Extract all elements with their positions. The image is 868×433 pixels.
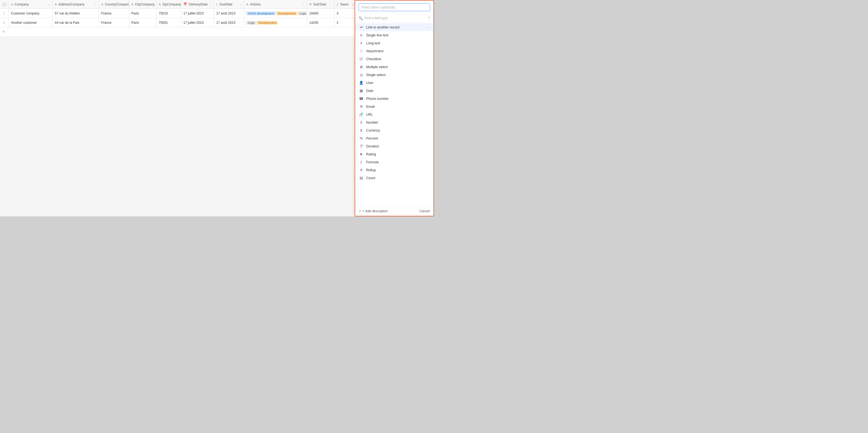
field-type-label-url: URL bbox=[366, 113, 430, 116]
header-checkbox[interactable] bbox=[0, 0, 9, 8]
field-type-item-formula[interactable]: ƒFormula bbox=[355, 158, 433, 166]
cell-zip-1[interactable]: 75015 bbox=[157, 9, 181, 18]
field-type-label-formula: Formula bbox=[366, 160, 430, 164]
field-name-row bbox=[355, 1, 433, 14]
plus-icon: + bbox=[359, 209, 361, 213]
col-header-company[interactable]: A Company ⌄ bbox=[9, 0, 53, 8]
field-type-item-number[interactable]: #Number bbox=[355, 119, 433, 126]
help-icon[interactable]: ? bbox=[428, 16, 430, 20]
field-type-item-single-line[interactable]: ASingle line text bbox=[355, 31, 433, 39]
number-icon: # bbox=[359, 120, 363, 125]
rating-icon: ★ bbox=[359, 152, 363, 156]
article-tag-4: Logo bbox=[246, 21, 256, 25]
field-type-label-count: Count bbox=[366, 176, 430, 180]
field-type-item-url[interactable]: 🔗URL bbox=[355, 110, 433, 119]
cell-delivery-2[interactable]: 17 juillet 2023 bbox=[181, 18, 214, 27]
table-area: A Company ⌄ A AddressCompany ⌄ A Country… bbox=[0, 0, 434, 216]
cell-subtotal-1[interactable]: 15400 bbox=[307, 9, 334, 18]
cell-duedate-1[interactable]: 17 août 2023 bbox=[214, 9, 244, 18]
field-type-label-percent: Percent bbox=[366, 136, 430, 140]
cell-country-1[interactable]: France bbox=[99, 9, 129, 18]
col-header-country[interactable]: A CountryCompany ⌄ bbox=[99, 0, 129, 8]
cell-articles-1[interactable]: UX/UI development Development Logo bbox=[244, 9, 307, 18]
checkbox-icon: ☑ bbox=[359, 57, 363, 61]
field-type-label-date: Date bbox=[366, 89, 430, 93]
count-icon: ▤ bbox=[359, 176, 363, 180]
field-type-item-currency[interactable]: $Currency bbox=[355, 126, 433, 134]
field-type-label-checkbox: Checkbox bbox=[366, 57, 430, 61]
field-type-label-multiple-select: Multiple select bbox=[366, 65, 430, 69]
attachment-icon: □ bbox=[359, 49, 363, 53]
col-header-articles[interactable]: A Articles ⌄ bbox=[244, 0, 307, 8]
col-header-duedate[interactable]: ƒ DueDate ⌄ bbox=[214, 0, 244, 8]
field-type-label-rating: Rating bbox=[366, 152, 430, 156]
col-header-city[interactable]: A CityCompany ⌄ bbox=[129, 0, 157, 8]
col-header-address[interactable]: A AddressCompany ⌄ bbox=[53, 0, 99, 8]
percent-icon: % bbox=[359, 136, 363, 140]
single-line-icon: A bbox=[359, 33, 363, 37]
multiple-select-icon: ⊞ bbox=[359, 65, 363, 69]
field-type-item-link[interactable]: ⇌Link to another record› bbox=[355, 23, 433, 31]
cell-articles-2[interactable]: Logo Development bbox=[244, 18, 307, 27]
cell-address-1[interactable]: 57 rue du théâtre bbox=[53, 9, 99, 18]
field-type-item-attachment[interactable]: □Attachment bbox=[355, 47, 433, 55]
field-type-item-count[interactable]: ▤Count bbox=[355, 174, 433, 182]
field-type-item-multiple-select[interactable]: ⊞Multiple select bbox=[355, 63, 433, 71]
cell-company-2[interactable]: Another customer bbox=[9, 18, 53, 27]
cell-country-2[interactable]: France bbox=[99, 18, 129, 27]
cell-taxes-2[interactable]: 2 bbox=[334, 18, 356, 27]
field-type-label-single-select: Single select bbox=[366, 73, 430, 77]
field-type-label-user: User bbox=[366, 81, 430, 85]
cell-address-2[interactable]: 44 rue de la Paix bbox=[53, 18, 99, 27]
field-type-label-number: Number bbox=[366, 121, 430, 125]
cell-subtotal-2[interactable]: 14200 bbox=[307, 18, 334, 27]
col-header-zip[interactable]: A ZipCompany ⌄ bbox=[157, 0, 181, 8]
field-type-item-duration[interactable]: ⏱Duration bbox=[355, 142, 433, 150]
field-type-item-checkbox[interactable]: ☑Checkbox bbox=[355, 55, 433, 63]
add-description-button[interactable]: + + Add description bbox=[359, 209, 388, 213]
col-header-subtotal[interactable]: ⊛ SubTotal ⌄ bbox=[307, 0, 334, 8]
cell-delivery-1[interactable]: 17 juillet 2023 bbox=[181, 9, 214, 18]
col-header-taxes[interactable]: ƒ Taxes ⌄ bbox=[334, 0, 356, 8]
user-icon: 👤 bbox=[359, 81, 363, 85]
field-type-label-currency: Currency bbox=[366, 129, 430, 132]
field-type-label-long-text: Long text bbox=[366, 41, 430, 45]
field-type-label-email: Email bbox=[366, 105, 430, 109]
formula-icon: ƒ bbox=[359, 160, 363, 164]
field-type-panel: 🔍 ? ⇌Link to another record›ASingle line… bbox=[354, 0, 434, 216]
field-type-item-percent[interactable]: %Percent bbox=[355, 134, 433, 142]
field-type-item-long-text[interactable]: ≡Long text bbox=[355, 39, 433, 47]
cell-city-1[interactable]: Paris bbox=[129, 9, 157, 18]
field-type-item-rollup[interactable]: ⟳Rollup bbox=[355, 166, 433, 174]
cell-city-2[interactable]: Paris bbox=[129, 18, 157, 27]
rollup-icon: ⟳ bbox=[359, 168, 363, 172]
field-type-item-rating[interactable]: ★Rating bbox=[355, 150, 433, 158]
field-name-input[interactable] bbox=[359, 3, 430, 11]
article-tag-5: Development bbox=[257, 21, 278, 25]
field-type-item-date[interactable]: ▦Date bbox=[355, 87, 433, 95]
field-type-label-rollup: Rollup bbox=[366, 168, 430, 172]
cell-duedate-2[interactable]: 17 août 2023 bbox=[214, 18, 244, 27]
link-icon: ⇌ bbox=[359, 25, 363, 29]
cell-zip-2[interactable]: 75001 bbox=[157, 18, 181, 27]
field-type-label-single-line: Single line text bbox=[366, 33, 430, 37]
article-tag-1: UX/UI development bbox=[246, 11, 276, 15]
article-tag-3: Logo bbox=[298, 11, 307, 15]
field-type-item-email[interactable]: ✉Email bbox=[355, 103, 433, 110]
col-header-delivery[interactable]: 📅 DeliveryDate ⌄ bbox=[181, 0, 214, 8]
cancel-button[interactable]: Cancel bbox=[420, 209, 430, 213]
field-type-item-user[interactable]: 👤User bbox=[355, 79, 433, 87]
field-type-label-phone: Phone number bbox=[366, 97, 430, 101]
search-field-type-input[interactable] bbox=[365, 16, 426, 20]
cell-taxes-1[interactable]: 3 bbox=[334, 9, 356, 18]
cell-company-1[interactable]: Customer company bbox=[9, 9, 53, 18]
field-type-item-single-select[interactable]: ◎Single select bbox=[355, 71, 433, 79]
search-icon: 🔍 bbox=[359, 16, 363, 20]
field-type-item-phone[interactable]: ☎Phone number bbox=[355, 95, 433, 103]
field-type-label-duration: Duration bbox=[366, 144, 430, 148]
currency-icon: $ bbox=[359, 128, 363, 132]
company-col-icon: A bbox=[11, 3, 13, 6]
field-type-list: ⇌Link to another record›ASingle line tex… bbox=[355, 22, 433, 206]
row-number-1: 1 bbox=[0, 9, 9, 18]
company-sort-icon: ⌄ bbox=[48, 3, 50, 6]
